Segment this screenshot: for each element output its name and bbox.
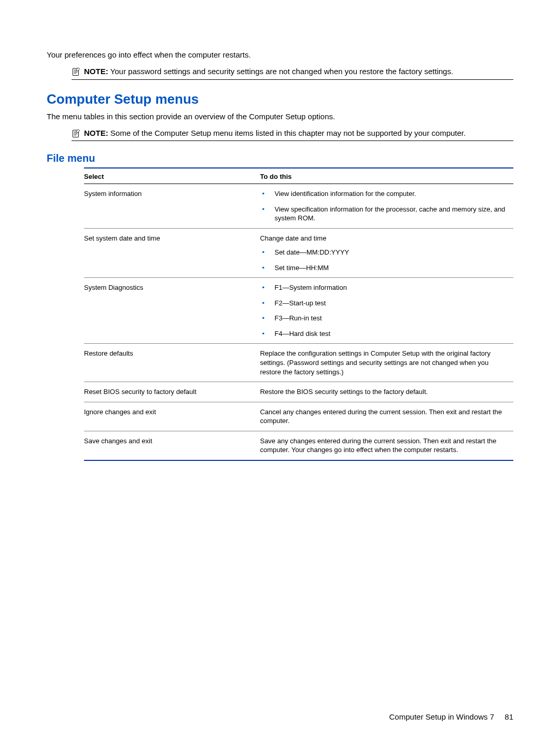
note-icon: [72, 129, 81, 138]
table-row: System DiagnosticsF1—System informationF…: [84, 278, 513, 344]
todo-lead: Restore the BIOS security settings to th…: [260, 387, 510, 397]
select-cell: Ignore changes and exit: [84, 402, 260, 431]
section-heading-computer-setup-menus: Computer Setup menus: [47, 91, 513, 107]
todo-lead: Change date and time: [260, 234, 510, 243]
table-header-row: Select To do this: [84, 168, 513, 184]
todo-cell: View identification information for the …: [260, 184, 513, 229]
bullet-item: View identification information for the …: [260, 189, 510, 199]
note-1-text: NOTE: Your password settings and securit…: [84, 66, 453, 77]
page-footer: Computer Setup in Windows 7 81: [389, 712, 513, 721]
bullet-item: Set date—MM:DD:YYYY: [260, 248, 510, 257]
bullet-list: F1—System informationF2—Start-up testF3—…: [260, 283, 510, 338]
select-cell: Reset BIOS security to factory default: [84, 382, 260, 402]
select-cell: System information: [84, 184, 260, 229]
note-label: NOTE:: [84, 129, 108, 137]
bullet-item: F1—System information: [260, 283, 510, 292]
table-row: Reset BIOS security to factory defaultRe…: [84, 382, 513, 402]
file-menu-table: Select To do this System informationView…: [84, 167, 513, 461]
note-icon: [72, 67, 81, 76]
page-number: 81: [505, 712, 513, 721]
col-todo-header: To do this: [260, 168, 513, 184]
bullet-item: F2—Start-up test: [260, 299, 510, 308]
todo-cell: Restore the BIOS security settings to th…: [260, 382, 513, 402]
note-body: Your password settings and security sett…: [110, 67, 454, 76]
table-row: System informationView identification in…: [84, 184, 513, 229]
table-row: Set system date and timeChange date and …: [84, 228, 513, 278]
todo-cell: Cancel any changes entered during the cu…: [260, 402, 513, 431]
bullet-list: Set date—MM:DD:YYYYSet time—HH:MM: [260, 248, 510, 272]
note-block-1: NOTE: Your password settings and securit…: [72, 66, 513, 79]
select-cell: Restore defaults: [84, 344, 260, 382]
todo-lead: Save any changes entered during the curr…: [260, 437, 510, 455]
todo-lead: Cancel any changes entered during the cu…: [260, 407, 510, 426]
table-row: Restore defaultsReplace the configuratio…: [84, 344, 513, 382]
bullet-list: View identification information for the …: [260, 189, 510, 223]
note-label: NOTE:: [84, 67, 108, 76]
select-cell: Save changes and exit: [84, 431, 260, 460]
section-overview: The menu tables in this section provide …: [47, 111, 513, 122]
bullet-item: F4—Hard disk test: [260, 329, 510, 339]
todo-cell: F1—System informationF2—Start-up testF3—…: [260, 278, 513, 344]
note-2-text: NOTE: Some of the Computer Setup menu it…: [84, 128, 466, 138]
select-cell: Set system date and time: [84, 228, 260, 278]
note-block-2: NOTE: Some of the Computer Setup menu it…: [72, 128, 513, 141]
todo-cell: Save any changes entered during the curr…: [260, 431, 513, 460]
bullet-item: View specification information for the p…: [260, 205, 510, 223]
todo-lead: Replace the configuration settings in Co…: [260, 349, 510, 376]
note-body: Some of the Computer Setup menu items li…: [110, 129, 466, 137]
table-row: Ignore changes and exitCancel any change…: [84, 402, 513, 431]
subsection-heading-file-menu: File menu: [47, 152, 513, 164]
footer-text: Computer Setup in Windows 7: [389, 712, 495, 721]
col-select-header: Select: [84, 168, 260, 184]
bullet-item: F3—Run-in test: [260, 314, 510, 323]
todo-cell: Replace the configuration settings in Co…: [260, 344, 513, 382]
document-page: Your preferences go into effect when the…: [0, 0, 560, 745]
table-row: Save changes and exitSave any changes en…: [84, 431, 513, 460]
select-cell: System Diagnostics: [84, 278, 260, 344]
bullet-item: Set time—HH:MM: [260, 263, 510, 273]
todo-cell: Change date and timeSet date—MM:DD:YYYYS…: [260, 228, 513, 278]
preferences-line: Your preferences go into effect when the…: [47, 50, 513, 60]
